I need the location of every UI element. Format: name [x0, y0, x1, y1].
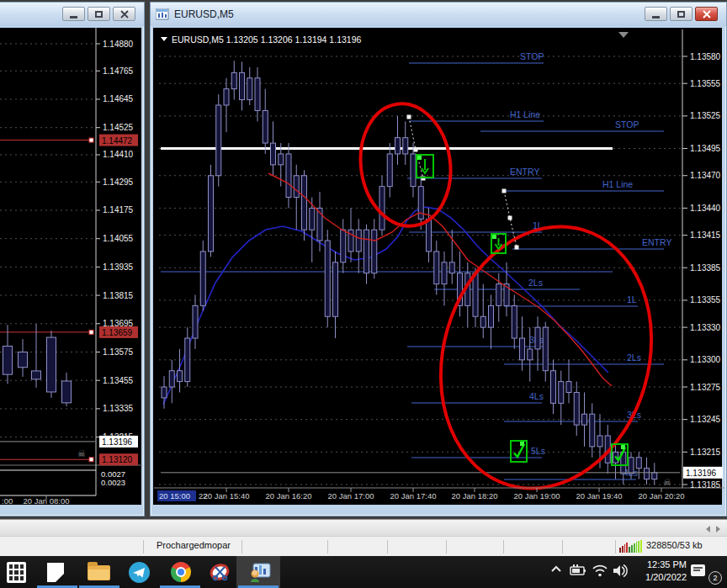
candlestick-bar: [216, 105, 221, 176]
taskbar-clock[interactable]: 12:35 PM 1/20/2022: [628, 559, 687, 584]
price-level-label[interactable]: H1 Line: [510, 109, 540, 119]
left-chart-canvas[interactable]: ☠1.148801.147651.146451.145251.144101.14…: [0, 28, 142, 506]
close-icon[interactable]: [695, 7, 718, 21]
candlestick-bar: [590, 414, 595, 447]
trade-handle[interactable]: [407, 115, 411, 119]
chart-tabs-bar[interactable]: [0, 519, 727, 536]
main-chart-canvas[interactable]: STOPH1 LineSTOPENTRYH1 Line1LENTRY2Ls1L3…: [154, 29, 724, 508]
status-separator: [327, 540, 328, 554]
main-window-titlebar[interactable]: EURUSD,M5: [151, 3, 726, 26]
eurusd-chart-window[interactable]: EURUSD,M5 STOPH1 LineSTOPENTRYH1 Line1LE…: [150, 2, 727, 516]
time-tick-label: 20 Jan 17:00: [328, 491, 374, 501]
price-tick-label: 1.14295: [103, 177, 134, 187]
price-level-label[interactable]: STOP: [615, 119, 639, 130]
metatrader-icon[interactable]: [248, 562, 271, 583]
line-handle[interactable]: [89, 138, 93, 142]
candlestick-bar: [403, 138, 408, 154]
time-tick-label: 20 Jan 16:20: [266, 491, 312, 501]
candlestick-bar: [512, 305, 517, 338]
candlestick-bar: [645, 469, 650, 479]
minimize-icon[interactable]: [645, 7, 667, 21]
price-level-label[interactable]: ENTRY: [642, 237, 671, 247]
skeleton-icon: ☠: [77, 448, 86, 458]
candlestick-bar: [543, 327, 548, 371]
price-tick-label: 1.14765: [103, 66, 134, 76]
price-tick-label: 1.13215: [690, 448, 721, 457]
candlestick-bar: [47, 337, 56, 392]
price-tick-label: 1.14055: [103, 234, 134, 243]
candlestick-bar: [574, 392, 579, 425]
main-chart-area[interactable]: STOPH1 LineSTOPENTRYH1 Line1LENTRY2Ls1L3…: [153, 28, 722, 505]
tabs-scroll-right-icon[interactable]: [716, 526, 720, 532]
status-separator: [446, 540, 447, 554]
moving-average-blue: [163, 207, 608, 405]
price-tick-label: 1.13440: [690, 204, 721, 213]
snipping-tool-icon[interactable]: [210, 562, 231, 583]
start-button[interactable]: [7, 562, 26, 583]
price-tick-label: 1.13185: [690, 480, 721, 490]
speaker-icon[interactable]: [611, 556, 629, 588]
price-level-label[interactable]: STOP: [520, 51, 544, 61]
trade-handle[interactable]: [502, 189, 507, 193]
price-tick-label: 1.13575: [103, 347, 134, 357]
status-bar: Prochargedmopar 328850/53 kb: [0, 536, 727, 556]
chrome-icon[interactable]: [171, 562, 191, 582]
candlestick-bar: [193, 305, 198, 338]
maximize-icon[interactable]: [88, 7, 110, 21]
battery-icon[interactable]: [569, 556, 587, 588]
scroll-to-end-icon[interactable]: [618, 32, 629, 38]
wifi-icon[interactable]: [591, 556, 609, 588]
candlestick-bar: [559, 382, 564, 404]
price-level-label[interactable]: 2Ls: [528, 278, 543, 288]
trade-handle[interactable]: [508, 216, 512, 220]
price-level-label[interactable]: ENTRY: [510, 167, 539, 177]
price-tick-label: 1.14410: [103, 150, 134, 159]
left-chart-area[interactable]: ☠1.148801.147651.146451.145251.144101.14…: [0, 28, 141, 505]
candlestick-bar: [364, 230, 369, 273]
price-level-label[interactable]: 4Ls: [529, 391, 544, 401]
notification-icon[interactable]: [688, 556, 708, 588]
time-tick-label: 20 Jan 08:00: [24, 496, 70, 506]
time-tick-label: :00: [2, 496, 13, 506]
price-level-label[interactable]: 5Ls: [531, 446, 545, 456]
line-handle[interactable]: [89, 458, 93, 462]
file-explorer-icon[interactable]: [88, 565, 110, 580]
candlestick-bar: [178, 371, 183, 382]
selection-handle: [492, 235, 496, 239]
notes-app-icon[interactable]: [47, 563, 64, 582]
candlestick-bar: [3, 346, 13, 374]
chevron-down-icon[interactable]: [161, 37, 167, 41]
price-level-label[interactable]: 1L: [627, 294, 637, 305]
current-price-value: 1.13196: [686, 469, 717, 478]
price-level-label[interactable]: H1 Line: [602, 179, 633, 189]
tabs-scroll-left-icon[interactable]: [706, 526, 710, 532]
price-marker-value: 1.14472: [102, 136, 133, 146]
tray-chevron-icon[interactable]: [549, 556, 564, 588]
left-window-titlebar[interactable]: [0, 3, 144, 26]
candlestick-bar: [395, 138, 401, 154]
price-tick-label: 1.13335: [103, 404, 134, 413]
trade-handle[interactable]: [414, 148, 418, 152]
trade-handle[interactable]: [515, 246, 519, 250]
candlestick-bar: [411, 154, 416, 187]
close-icon[interactable]: [113, 7, 135, 21]
price-tick-label: 1.13415: [690, 230, 721, 240]
telegram-icon[interactable]: [129, 562, 150, 583]
candlestick-bar: [294, 176, 299, 198]
price-marker-value: 1.13120: [102, 455, 133, 464]
chart-window-icon: [156, 8, 169, 20]
minimize-icon[interactable]: [62, 7, 85, 21]
line-handle[interactable]: [89, 330, 93, 334]
left-chart-window[interactable]: ☠1.148801.147651.146451.145251.144101.14…: [0, 2, 145, 516]
taskbar: 12:35 PM 1/20/2022 2: [0, 556, 727, 588]
chart-ohlc-header: EURUSD,M5 1.13205 1.13206 1.13194 1.1319…: [172, 34, 361, 45]
desktop: ☠1.148801.147651.146451.145251.144101.14…: [0, 0, 727, 588]
maximize-icon[interactable]: [670, 7, 693, 21]
candlestick-bar: [636, 458, 641, 469]
candlestick-bar: [62, 381, 72, 403]
price-level-label[interactable]: 2Ls: [627, 352, 641, 363]
trade-marker-box[interactable]: [511, 441, 527, 462]
candlestick-bar: [379, 187, 385, 230]
candlestick-bar: [582, 414, 587, 425]
price-tick-label: 1.13935: [103, 262, 134, 272]
